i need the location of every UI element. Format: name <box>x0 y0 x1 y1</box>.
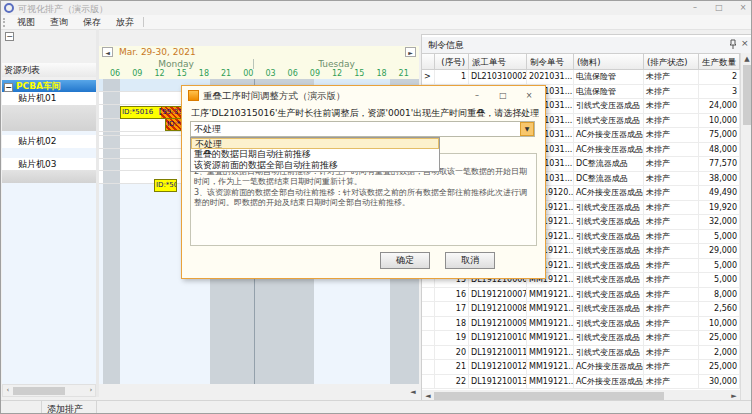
cell-(物料)[interactable]: AC外接变压器成品 <box>574 128 644 143</box>
sidebar-hscrollbar[interactable]: ‹ › <box>2 384 96 397</box>
cell-(物料)[interactable]: DC整流器成品 <box>574 157 644 172</box>
cell-(排产状态)[interactable]: 未排产 <box>644 186 699 201</box>
dialog-close-icon[interactable]: × <box>522 91 536 101</box>
cell-生产数量[interactable]: 49,490 <box>699 186 740 201</box>
dropdown-option-3[interactable]: 该资源前面的数据全部自动往前推移 <box>191 160 439 171</box>
cell-(物料)[interactable]: 引线式变压器成品 <box>574 317 644 332</box>
cell-派工单号[interactable]: DL191210007 <box>469 288 527 303</box>
cell-生产数量[interactable]: 24,000 <box>699 99 740 114</box>
prev-period-icon[interactable]: ◄ <box>102 47 113 57</box>
column-header-4[interactable]: (物料) <box>574 53 644 70</box>
cell-生产数量[interactable]: 2 <box>699 70 740 85</box>
cell-生产数量[interactable]: 8,000 <box>699 288 740 303</box>
combobox-dropdown-icon[interactable]: ▼ <box>520 122 534 136</box>
collapse-all-icon[interactable]: − <box>5 32 14 41</box>
cancel-button[interactable]: 取消 <box>445 252 495 269</box>
cell-(排产状态)[interactable]: 未排产 <box>644 172 699 187</box>
cell-(排产状态)[interactable]: 未排产 <box>644 259 699 274</box>
tree-node-贴片机02[interactable]: 贴片机02 <box>2 135 96 148</box>
cell-生产数量[interactable]: 38,000 <box>699 172 740 187</box>
cell-(排产状态)[interactable]: 未排产 <box>644 143 699 158</box>
cell-(序号)[interactable]: 17 <box>435 302 469 317</box>
cell-制令单号[interactable]: MM19121... <box>527 302 574 317</box>
row-indicator-cell[interactable] <box>422 317 435 332</box>
table-row[interactable]: 18DL191210009MM19121...引线式变压器成品未排产10,000 <box>422 317 740 332</box>
row-indicator-cell[interactable] <box>422 288 435 303</box>
cell-(物料)[interactable]: 引线式变压器成品 <box>574 99 644 114</box>
cell-(物料)[interactable]: 电流保险管 <box>574 85 644 100</box>
cell-(物料)[interactable]: AC外接变压器成品 <box>574 360 644 375</box>
cell-(序号)[interactable]: 1 <box>435 70 469 85</box>
cell-(排产状态)[interactable]: 未排产 <box>644 360 699 375</box>
cell-(序号)[interactable]: 18 <box>435 317 469 332</box>
cell-制令单号[interactable]: MM19121... <box>527 331 574 346</box>
cell-(排产状态)[interactable]: 未排产 <box>644 375 699 390</box>
cell-(物料)[interactable]: AC外接变压器成品 <box>574 143 644 158</box>
adjust-mode-combobox[interactable]: 不处理 <box>190 121 535 137</box>
dropdown-option-1[interactable]: 不处理 <box>191 138 439 149</box>
cell-(序号)[interactable]: 20 <box>435 346 469 361</box>
tree-node-workshop[interactable]: −PCBA车间 <box>2 80 96 92</box>
table-row[interactable]: 19DL191210010MM19121...引线式变压器成品未排产25,000 <box>422 331 740 346</box>
cell-生产数量[interactable]: 10,000 <box>699 317 740 332</box>
collapse-node-icon[interactable]: − <box>4 83 13 92</box>
menu-item-4[interactable]: 放弃 <box>114 17 136 28</box>
dropdown-option-2[interactable]: 重叠的数据日期自动往前推移 <box>191 149 439 160</box>
column-header-3[interactable]: 制令单号 <box>527 53 574 70</box>
cell-生产数量[interactable]: 5,000 <box>699 230 740 245</box>
cell-(物料)[interactable]: 引线式变压器成品 <box>574 346 644 361</box>
cell-派工单号[interactable]: DL191210012 <box>469 360 527 375</box>
cell-(排产状态)[interactable]: 未排产 <box>644 201 699 216</box>
cell-生产数量[interactable]: 5,000 <box>699 259 740 274</box>
cell-(物料)[interactable]: 引线式变压器成品 <box>574 244 644 259</box>
gantt-scroll-left-icon[interactable]: ◄ <box>409 387 417 398</box>
tree-node-贴片机03[interactable]: 贴片机03 <box>2 158 96 170</box>
cell-(排产状态)[interactable]: 未排产 <box>644 273 699 288</box>
cell-生产数量[interactable]: 10,000 <box>699 114 740 129</box>
cell-(物料)[interactable]: AC外接变压器成品 <box>574 375 644 390</box>
column-header-2[interactable]: 派工单号 <box>469 53 527 70</box>
cell-(物料)[interactable]: DC整流器成品 <box>574 172 644 187</box>
dialog-minimize-icon[interactable]: – <box>470 91 484 101</box>
cell-生产数量[interactable]: 30,000 <box>699 375 740 390</box>
cell-制令单号[interactable]: MM19121... <box>527 375 574 390</box>
cell-生产数量[interactable]: 19,920 <box>699 201 740 216</box>
column-header-6[interactable]: 生产数量 <box>699 53 740 70</box>
scroll-thumb[interactable] <box>743 65 751 125</box>
row-indicator-cell[interactable] <box>422 331 435 346</box>
ok-button[interactable]: 确定 <box>380 252 430 269</box>
table-row[interactable]: 20DL191210011MM19121...引线式变压器成品未排产2,000 <box>422 346 740 361</box>
pin-icon[interactable] <box>728 39 738 50</box>
cell-(物料)[interactable]: 引线式变压器成品 <box>574 331 644 346</box>
cell-派工单号[interactable]: DL191210010 <box>469 331 527 346</box>
menu-item-2[interactable]: 查询 <box>48 17 70 28</box>
column-header-1[interactable]: (序号) <box>435 53 469 70</box>
cell-生产数量[interactable]: 5,000 <box>699 273 740 288</box>
row-indicator-cell[interactable] <box>422 346 435 361</box>
cell-(排产状态)[interactable]: 未排产 <box>644 346 699 361</box>
table-row[interactable]: 22DL191210013MM19121...AC外接变压器成品未排产30,00… <box>422 375 740 390</box>
cell-(排产状态)[interactable]: 未排产 <box>644 70 699 85</box>
cell-(排产状态)[interactable]: 未排产 <box>644 317 699 332</box>
cell-制令单号[interactable]: MM19121... <box>527 360 574 375</box>
cell-(排产状态)[interactable]: 未排产 <box>644 85 699 100</box>
menu-item-3[interactable]: 保存 <box>81 17 103 28</box>
cell-生产数量[interactable]: 75,000 <box>699 128 740 143</box>
cell-派工单号[interactable]: DL191210011 <box>469 346 527 361</box>
cell-(物料)[interactable]: 引线式变压器成品 <box>574 201 644 216</box>
cell-(序号)[interactable]: 21 <box>435 360 469 375</box>
cell-(物料)[interactable]: 引线式变压器成品 <box>574 215 644 230</box>
cell-(物料)[interactable]: 引线式变压器成品 <box>574 259 644 274</box>
cell-(序号)[interactable]: 19 <box>435 331 469 346</box>
cell-制令单号[interactable]: 2021031... <box>527 70 574 85</box>
panel-close-icon[interactable]: × <box>741 38 749 48</box>
cell-制令单号[interactable]: MM19121... <box>527 288 574 303</box>
cell-生产数量[interactable]: 29,000 <box>699 244 740 259</box>
table-row[interactable]: >1DL2103100022021031...电流保险管未排产2 <box>422 70 740 85</box>
cell-(物料)[interactable]: 引线式变压器成品 <box>574 230 644 245</box>
row-indicator-cell[interactable] <box>422 360 435 375</box>
cell-生产数量[interactable]: 32,000 <box>699 215 740 230</box>
cell-(物料)[interactable]: 引线式变压器成品 <box>574 302 644 317</box>
cell-生产数量[interactable]: 2,560 <box>699 302 740 317</box>
orders-vscrollbar[interactable]: ▲ ▼ <box>740 53 752 414</box>
